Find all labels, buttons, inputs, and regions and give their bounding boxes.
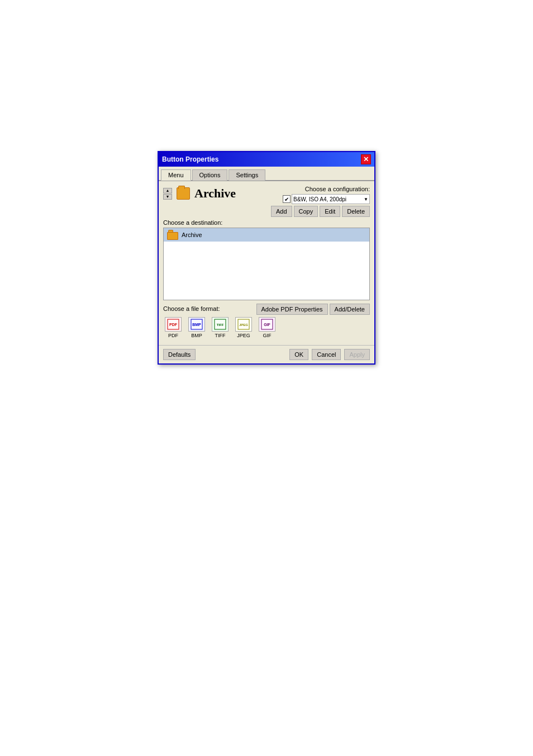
folder-icon <box>167 230 178 240</box>
format-icon-tiff[interactable]: TIFF TIFF <box>210 317 230 338</box>
choose-file-format-label: Choose a file format: <box>163 305 220 312</box>
config-select[interactable]: B&W, ISO A4, 200dpi ▼ <box>292 194 370 204</box>
add-button[interactable]: Add <box>271 206 292 217</box>
configuration-panel: Choose a configuration: ✔ B&W, ISO A4, 2… <box>271 186 370 217</box>
title-bar-title: Button Properties <box>162 155 218 163</box>
footer-left: Defaults <box>163 349 196 360</box>
dialog-title: Button Properties <box>162 155 218 163</box>
archive-label: Archive <box>194 186 236 201</box>
format-icon-bmp[interactable]: BMP BMP <box>187 317 207 338</box>
config-dropdown: ✔ B&W, ISO A4, 200dpi ▼ <box>283 194 370 204</box>
cancel-button[interactable]: Cancel <box>312 349 341 360</box>
folder-icon-img <box>177 187 190 200</box>
dialog-body: ▲ ▼ Archive Choose a configuration: ✔ B&… <box>159 181 374 345</box>
defaults-button[interactable]: Defaults <box>163 349 196 360</box>
format-icon-jpeg[interactable]: JPEG JPEG <box>234 317 254 338</box>
destination-list[interactable]: Archive <box>163 228 370 300</box>
choose-config-label: Choose a configuration: <box>305 186 370 192</box>
folder-body <box>167 232 178 240</box>
gif-icon: GIF <box>259 317 275 332</box>
down-arrow-button[interactable]: ▼ <box>163 194 172 200</box>
destination-section: Choose a destination: Archive <box>163 219 370 300</box>
adobe-pdf-properties-button[interactable]: Adobe PDF Properties <box>256 304 328 315</box>
jpeg-icon: JPEG <box>235 317 252 332</box>
pdf-label: PDF <box>168 333 178 338</box>
button-preview: ▲ ▼ Archive <box>163 186 236 201</box>
format-icons-row: PDF PDF BMP BMP TIFF <box>163 317 370 338</box>
copy-button[interactable]: Copy <box>294 206 318 217</box>
choose-destination-label: Choose a destination: <box>163 219 370 226</box>
pdf-icon: PDF <box>165 317 182 332</box>
destination-item-label: Archive <box>182 231 202 238</box>
file-format-buttons: Adobe PDF Properties Add/Delete <box>256 304 370 315</box>
tab-options[interactable]: Options <box>192 169 228 181</box>
dialog-footer: Defaults OK Cancel Apply <box>159 345 374 363</box>
svg-text:GIF: GIF <box>264 323 270 327</box>
up-arrow-button[interactable]: ▲ <box>163 188 172 193</box>
archive-button-icon <box>175 186 191 201</box>
svg-text:JPEG: JPEG <box>239 323 248 327</box>
svg-text:BMP: BMP <box>192 323 201 327</box>
close-button[interactable]: ✕ <box>361 154 371 164</box>
footer-right: OK Cancel Apply <box>289 349 370 360</box>
chevron-down-icon: ▼ <box>364 197 368 202</box>
ok-button[interactable]: OK <box>289 349 308 360</box>
config-select-value: B&W, ISO A4, 200dpi <box>293 196 346 202</box>
file-format-row: Choose a file format: Adobe PDF Properti… <box>163 304 370 315</box>
up-down-arrows: ▲ ▼ <box>163 188 172 200</box>
add-delete-button[interactable]: Add/Delete <box>330 304 370 315</box>
svg-text:TIFF: TIFF <box>217 323 224 327</box>
bmp-label: BMP <box>191 333 202 338</box>
delete-button[interactable]: Delete <box>342 206 370 217</box>
jpeg-label: JPEG <box>237 333 250 338</box>
bmp-icon: BMP <box>188 317 205 332</box>
edit-button[interactable]: Edit <box>320 206 340 217</box>
apply-button[interactable]: Apply <box>344 349 370 360</box>
button-properties-dialog: Button Properties ✕ Menu Options Setting… <box>158 151 375 365</box>
tiff-label: TIFF <box>215 333 226 338</box>
config-buttons: Add Copy Edit Delete <box>271 206 370 217</box>
tab-bar: Menu Options Settings <box>159 167 374 181</box>
upper-section: ▲ ▼ Archive Choose a configuration: ✔ B&… <box>163 186 370 217</box>
title-bar: Button Properties ✕ <box>159 152 374 167</box>
tab-menu[interactable]: Menu <box>161 169 191 181</box>
destination-item-archive[interactable]: Archive <box>164 228 369 242</box>
svg-text:PDF: PDF <box>169 323 178 327</box>
gif-label: GIF <box>263 333 272 338</box>
format-icon-gif[interactable]: GIF GIF <box>257 317 277 338</box>
format-icon-pdf[interactable]: PDF PDF <box>163 317 183 338</box>
tab-settings[interactable]: Settings <box>229 169 265 181</box>
tiff-icon: TIFF <box>212 317 229 332</box>
config-checkbox[interactable]: ✔ <box>283 195 291 203</box>
